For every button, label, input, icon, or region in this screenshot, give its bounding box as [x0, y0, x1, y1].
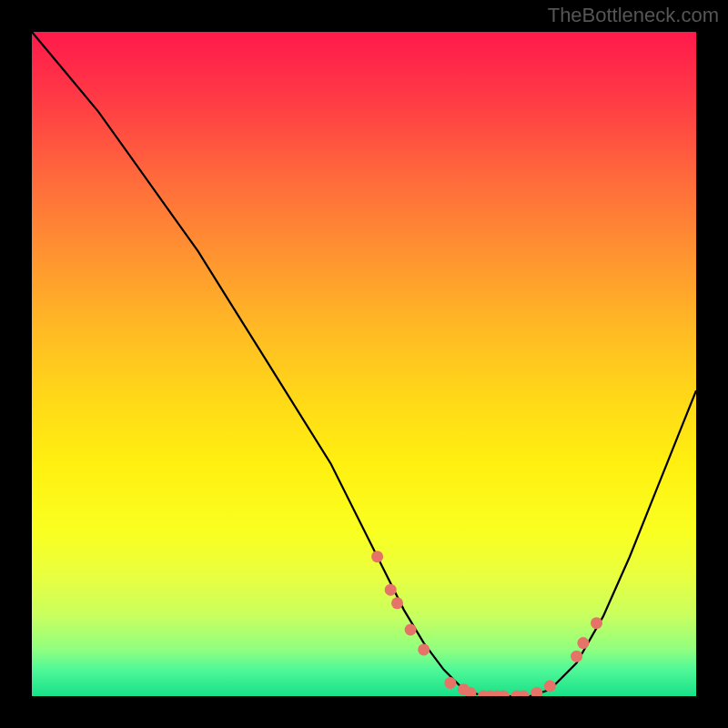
marker-point	[571, 651, 582, 662]
marker-point	[385, 584, 397, 596]
marker-point	[405, 624, 417, 636]
watermark-text: TheBottleneck.com	[548, 4, 719, 27]
marker-point	[444, 677, 456, 689]
bottleneck-curve	[32, 32, 696, 696]
marker-point	[391, 597, 403, 609]
plot-area	[32, 32, 696, 696]
marker-point	[577, 637, 589, 649]
marker-point	[371, 551, 383, 562]
marker-points	[371, 551, 602, 696]
marker-point	[418, 643, 430, 655]
marker-point	[531, 687, 542, 696]
marker-point	[544, 681, 556, 693]
chart-svg	[32, 32, 696, 696]
marker-point	[591, 617, 602, 629]
